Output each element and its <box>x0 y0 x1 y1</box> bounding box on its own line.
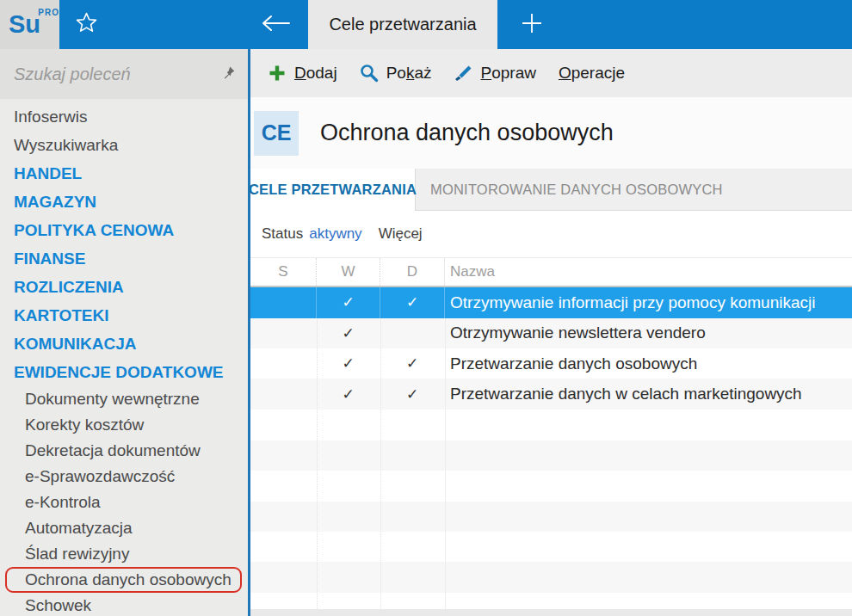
empty-cell <box>250 318 317 349</box>
sidebar-item-label: ROZLICZENIA <box>14 278 124 297</box>
app-window: SuPRO Cele przetwarzania Szukaj poleceń <box>0 0 852 616</box>
sidebar-item-label: Dokumenty wewnętrzne <box>25 390 200 409</box>
more-filters-button[interactable]: Więcej <box>379 225 423 243</box>
sidebar-item-label: Ślad rewizyjny <box>25 545 129 564</box>
plus-icon <box>268 64 287 83</box>
check-icon: ✓ <box>317 287 380 318</box>
status-filter-value[interactable]: aktywny <box>309 225 361 243</box>
sidebar-item-schowek[interactable]: Schowek <box>0 593 248 616</box>
sidebar-item-label: KARTOTEKI <box>14 306 108 325</box>
main-content: Dodaj Pokaż Popraw Operacje <box>250 49 852 616</box>
column-header-w[interactable]: W <box>317 258 380 286</box>
sidebar-item-label: e-Kontrola <box>25 493 101 512</box>
sidebar-item-label: Korekty kosztów <box>25 416 144 434</box>
add-button[interactable]: Dodaj <box>259 59 346 88</box>
sidebar-item-wyszukiwarka[interactable]: Wyszukiwarka <box>0 131 248 159</box>
sidebar-item-ślad-rewizyjny[interactable]: Ślad rewizyjny <box>0 541 248 567</box>
check-icon: ✓ <box>380 348 445 379</box>
check-icon: ✓ <box>380 379 445 410</box>
new-tab-plus-icon[interactable] <box>520 11 544 39</box>
sidebar-item-rozliczenia[interactable]: ROZLICZENIA <box>0 273 248 301</box>
row-name: Przetwarzanie danych w celach marketingo… <box>445 379 852 410</box>
sidebar-item-finanse[interactable]: FINANSE <box>0 244 248 273</box>
sidebar-item-label: Schowek <box>25 596 91 615</box>
table-body: ✓✓Otrzymywanie informacji przy pomocy ko… <box>250 287 852 609</box>
column-header-d[interactable]: D <box>380 258 445 286</box>
sidebar-item-label: Wyszukiwarka <box>14 136 118 155</box>
sidebar-item-magazyn[interactable]: MAGAZYN <box>0 188 248 216</box>
sidebar-item-infoserwis[interactable]: Infoserwis <box>0 102 248 131</box>
table-row[interactable]: ✓✓Otrzymywanie informacji przy pomocy ko… <box>250 287 852 318</box>
check-icon: ✓ <box>317 318 380 349</box>
check-icon: ✓ <box>317 348 380 379</box>
view-tabs: CELE PRZETWARZANIA MONITOROWANIE DANYCH … <box>250 169 852 211</box>
sidebar-item-label: e-Sprawozdawczość <box>25 467 175 486</box>
brush-icon <box>454 64 472 83</box>
sidebar: Szukaj poleceń InfoserwisWyszukiwarkaHAN… <box>0 49 250 616</box>
tab-monitorowanie-danych-osobowych[interactable]: MONITOROWANIE DANYCH OSOBOWYCH <box>416 169 723 210</box>
pin-icon[interactable] <box>221 65 236 83</box>
sidebar-item-automatyzacja[interactable]: Automatyzacja <box>0 515 248 541</box>
row-name: Przetwarzanie danych osobowych <box>445 348 852 379</box>
tab-label: MONITOROWANIE DANYCH OSOBOWYCH <box>430 182 723 198</box>
sidebar-item-label: Dekretacja dokumentów <box>25 441 201 460</box>
table-row[interactable]: ✓✓Przetwarzanie danych w celach marketin… <box>250 379 852 410</box>
sidebar-item-label: Ochrona danych osobowych <box>25 570 232 589</box>
favorites-star-icon[interactable] <box>75 11 98 38</box>
body: Szukaj poleceń InfoserwisWyszukiwarkaHAN… <box>0 49 852 616</box>
search-placeholder: Szukaj poleceń <box>14 65 221 84</box>
empty-cell <box>250 287 317 318</box>
empty-cell <box>380 318 445 349</box>
sidebar-item-dokumenty-wewnętrzne[interactable]: Dokumenty wewnętrzne <box>0 386 248 412</box>
table-row[interactable]: ✓Otrzymywanie newslettera vendero <box>250 318 852 349</box>
sidebar-item-komunikacja[interactable]: KOMUNIKACJA <box>0 330 248 358</box>
command-search[interactable]: Szukaj poleceń <box>0 49 248 99</box>
sidebar-item-label: Infoserwis <box>14 108 88 126</box>
tab-cele-przetwarzania[interactable]: CELE PRZETWARZANIA <box>250 169 416 211</box>
column-header-nazwa[interactable]: Nazwa <box>445 258 852 286</box>
row-name: Otrzymywanie informacji przy pomocy komu… <box>445 287 852 318</box>
sidebar-item-polityka-cenowa[interactable]: POLITYKA CENOWA <box>0 216 248 244</box>
topbar-tab-label: Cele przetwarzania <box>329 15 476 34</box>
sidebar-item-label: EWIDENCJE DODATKOWE <box>14 363 223 382</box>
operations-button-label: Operacje <box>559 64 625 83</box>
sidebar-item-label: FINANSE <box>14 249 85 268</box>
sidebar-menu: InfoserwisWyszukiwarkaHANDELMAGAZYNPOLIT… <box>0 99 248 616</box>
sidebar-item-ewidencje-dodatkowe[interactable]: EWIDENCJE DODATKOWE <box>0 358 248 386</box>
sidebar-item-handel[interactable]: HANDEL <box>0 159 248 188</box>
sidebar-item-label: HANDEL <box>14 164 82 183</box>
show-button[interactable]: Pokaż <box>351 59 441 88</box>
back-arrow-icon[interactable] <box>260 14 291 36</box>
sidebar-item-korekty-kosztów[interactable]: Korekty kosztów <box>0 412 248 438</box>
sidebar-item-label: KOMUNIKACJA <box>14 335 137 354</box>
topbar-left-section <box>59 0 308 49</box>
app-logo: SuPRO <box>0 0 59 49</box>
table-row[interactable]: ✓✓Przetwarzanie danych osobowych <box>250 348 852 379</box>
sidebar-item-e-sprawozdawczość[interactable]: e-Sprawozdawczość <box>0 464 248 490</box>
sidebar-item-label: MAGAZYN <box>14 193 96 212</box>
sidebar-item-e-kontrola[interactable]: e-Kontrola <box>0 490 248 515</box>
row-name: Otrzymywanie newslettera vendero <box>445 318 852 349</box>
check-icon: ✓ <box>380 287 445 318</box>
empty-cell <box>250 379 317 410</box>
topbar-active-tab[interactable]: Cele przetwarzania <box>308 0 497 49</box>
topbar: SuPRO Cele przetwarzania <box>0 0 852 49</box>
magnifier-icon <box>360 64 379 83</box>
empty-cell <box>250 348 317 379</box>
logo-text: Su <box>9 10 40 38</box>
operations-button[interactable]: Operacje <box>550 59 633 88</box>
add-button-label: Dodaj <box>294 64 337 83</box>
edit-button[interactable]: Popraw <box>445 59 544 88</box>
sidebar-item-dekretacja-dokumentów[interactable]: Dekretacja dokumentów <box>0 438 248 464</box>
sidebar-item-ochrona-danych-osobowych[interactable]: Ochrona danych osobowych <box>5 567 242 593</box>
check-icon: ✓ <box>317 379 380 410</box>
column-header-s[interactable]: S <box>250 258 317 286</box>
title-area: CE Ochrona danych osobowych <box>250 97 852 169</box>
edit-button-label: Popraw <box>480 64 535 83</box>
sidebar-item-kartoteki[interactable]: KARTOTEKI <box>0 301 248 330</box>
page-title: Ochrona danych osobowych <box>320 120 614 146</box>
table-header: S W D Nazwa <box>250 258 852 287</box>
show-button-label: Pokaż <box>386 64 432 83</box>
module-badge: CE <box>254 111 299 156</box>
status-filter-label: Status <box>262 225 303 243</box>
